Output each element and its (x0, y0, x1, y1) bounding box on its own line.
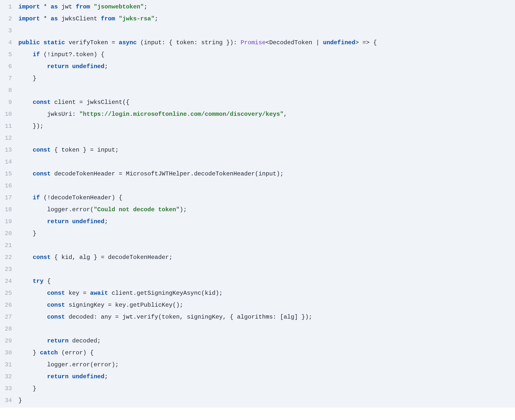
code-line[interactable] (18, 180, 515, 192)
line-number: 7 (2, 73, 12, 84)
token-plain: , (284, 111, 287, 118)
code-line[interactable]: } catch (error) { (18, 347, 515, 359)
code-line[interactable]: logger.error(error); (18, 359, 515, 371)
code-line[interactable]: return decoded; (18, 335, 515, 347)
token-kw: async (119, 39, 137, 46)
code-line[interactable]: const { kid, alg } = decodeTokenHeader; (18, 252, 515, 263)
token-plain: logger.error(error); (18, 361, 119, 368)
token-plain (18, 302, 47, 308)
code-line[interactable]: } (18, 73, 515, 84)
code-line[interactable] (18, 25, 515, 37)
token-plain: } (18, 385, 36, 392)
code-line[interactable]: jwksUri: "https://login.microsoftonline.… (18, 108, 515, 120)
code-line[interactable]: if (!input?.token) { (18, 49, 515, 61)
line-number: 11 (2, 120, 12, 132)
code-line[interactable]: }); (18, 120, 515, 132)
token-plain: client = jwksClient({ (51, 99, 130, 106)
line-number: 1 (2, 1, 12, 13)
token-plain (18, 170, 33, 177)
code-line[interactable]: const { token } = input; (18, 144, 515, 156)
token-str: "jsonwebtoken" (94, 3, 144, 10)
token-kw: const (47, 302, 65, 308)
code-line[interactable] (18, 323, 515, 335)
code-content[interactable]: import * as jwt from "jsonwebtoken";impo… (15, 0, 515, 408)
token-plain (90, 3, 94, 10)
line-number: 13 (2, 144, 12, 156)
token-type: Promise (241, 39, 266, 46)
line-number: 18 (2, 204, 12, 216)
code-line[interactable]: return undefined; (18, 371, 515, 383)
code-line[interactable]: const signingKey = key.getPublicKey(); (18, 299, 515, 311)
token-plain (18, 254, 33, 261)
token-plain: <DecodedToken | (266, 39, 323, 46)
code-line[interactable]: } (18, 383, 515, 395)
token-plain (69, 218, 72, 225)
token-plain: } (18, 397, 22, 404)
token-kw: static (44, 39, 65, 46)
code-line[interactable] (18, 132, 515, 144)
code-line[interactable]: } (18, 395, 515, 407)
line-number: 32 (2, 371, 12, 383)
token-kw: return (47, 63, 68, 70)
code-line[interactable] (18, 263, 515, 275)
token-plain: } (18, 230, 36, 237)
line-number: 26 (2, 299, 12, 311)
code-line[interactable]: if (!decodeTokenHeader) { (18, 192, 515, 204)
line-number: 29 (2, 335, 12, 347)
code-line[interactable]: import * as jwt from "jsonwebtoken"; (18, 1, 515, 13)
code-line[interactable] (18, 84, 515, 96)
code-line[interactable]: return undefined; (18, 61, 515, 73)
line-number: 12 (2, 132, 12, 144)
line-number: 24 (2, 275, 12, 287)
token-plain: decodeTokenHeader = MicrosoftJWTHelper.d… (51, 170, 284, 177)
code-line[interactable]: } (18, 228, 515, 240)
line-number: 2 (2, 13, 12, 25)
token-kw: const (33, 147, 51, 153)
token-kw: import (18, 3, 40, 10)
token-plain: { kid, alg } = decodeTokenHeader; (51, 254, 173, 261)
line-number: 8 (2, 84, 12, 96)
token-kw: try (33, 278, 44, 285)
token-plain: jwksUri: (18, 111, 79, 118)
line-number: 15 (2, 168, 12, 180)
token-plain: ; (144, 3, 147, 10)
code-line[interactable] (18, 156, 515, 168)
code-line[interactable]: const decodeTokenHeader = MicrosoftJWTHe… (18, 168, 515, 180)
line-number: 4 (2, 37, 12, 49)
code-line[interactable]: public static verifyToken = async (input… (18, 37, 515, 49)
token-plain: ; (104, 218, 108, 225)
token-plain: * (40, 15, 51, 22)
code-line[interactable] (18, 240, 515, 252)
token-plain: (!input?.token) { (40, 51, 104, 58)
token-plain (69, 63, 72, 70)
token-plain: }); (18, 123, 44, 129)
token-plain: client.getSigningKeyAsync(kid); (108, 290, 223, 296)
code-line[interactable]: const decoded: any = jwt.verify(token, s… (18, 311, 515, 323)
token-plain: decoded: any = jwt.verify(token, signing… (65, 314, 312, 320)
token-plain: } (18, 349, 40, 356)
token-kw: import (18, 15, 40, 22)
line-number: 5 (2, 49, 12, 61)
line-number: 19 (2, 216, 12, 228)
code-line[interactable]: return undefined; (18, 216, 515, 228)
code-line[interactable]: const key = await client.getSigningKeyAs… (18, 287, 515, 299)
token-plain: > => { (355, 39, 377, 46)
token-plain: key = (65, 290, 90, 296)
code-line[interactable]: logger.error("Could not decode token"); (18, 204, 515, 216)
code-line[interactable]: const client = jwksClient({ (18, 96, 515, 108)
token-plain: decoded; (69, 337, 101, 344)
token-plain (18, 278, 33, 285)
line-number: 27 (2, 311, 12, 323)
token-plain: logger.error( (18, 206, 94, 213)
token-kw: if (33, 51, 40, 58)
line-number-gutter: 1234567891011121314151617181920212223242… (0, 0, 15, 408)
token-plain: ; (154, 15, 158, 22)
line-number: 16 (2, 180, 12, 192)
line-number: 21 (2, 240, 12, 252)
code-line[interactable]: import * as jwksClient from "jwks-rsa"; (18, 13, 515, 25)
line-number: 34 (2, 395, 12, 407)
code-line[interactable]: try { (18, 275, 515, 287)
token-plain (18, 147, 33, 153)
token-kw: const (33, 170, 51, 177)
token-kw: const (47, 290, 65, 296)
